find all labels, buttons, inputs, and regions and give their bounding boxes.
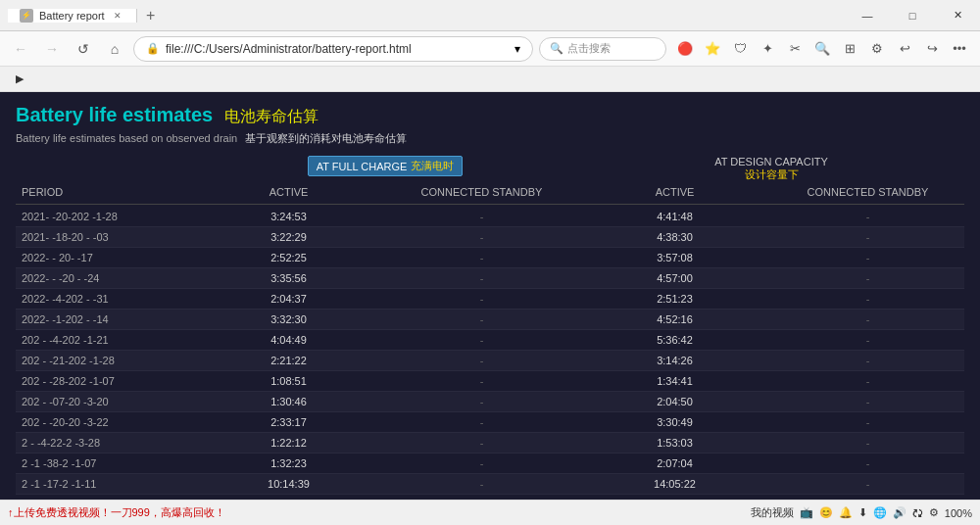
cell-dc-active: 4:52:16	[578, 311, 771, 327]
title-bar: ⚡ Battery report ✕ + — □ ✕	[0, 0, 980, 31]
page-subtitle-cn: 基于观察到的消耗对电池寿命估算	[245, 131, 407, 146]
main-content: Battery life estimates 电池寿命估算 Battery li…	[0, 92, 980, 500]
address-bar: ← → ↺ ⌂ 🔒 file:///C:/Users/Administrator…	[0, 31, 980, 67]
minimize-button[interactable]: —	[845, 0, 890, 31]
table-row: 202 - -28-202 -1-07 1:08:51 - 1:34:41 -	[16, 371, 964, 392]
bottom-icon-1[interactable]: 📺	[800, 506, 813, 519]
cell-period: 202 - -07-20 -3-20	[16, 394, 192, 409]
full-charge-label: AT FULL CHARGE	[317, 161, 408, 172]
tab-title: Battery report	[39, 10, 105, 22]
cell-fc-standby: -	[385, 435, 578, 451]
cell-fc-active: 2:21:22	[192, 353, 385, 368]
forward-button[interactable]: →	[39, 36, 65, 62]
bottom-icon-8[interactable]: ⚙	[929, 506, 939, 519]
cell-period: 2022- - 20- -17	[16, 250, 192, 265]
cell-fc-active: 4:04:49	[192, 332, 385, 348]
cell-fc-active: 1:32:23	[192, 455, 385, 471]
cell-dc-standby: -	[771, 476, 964, 492]
toolbar-icon-8[interactable]: ⚙	[864, 36, 890, 62]
cell-dc-active: 3:57:08	[578, 250, 771, 265]
toolbar-icon-11[interactable]: •••	[947, 36, 972, 62]
cell-dc-active: 2:07:04	[578, 455, 771, 471]
cell-period: 2022- - -20 - -24	[16, 270, 192, 286]
maximize-button[interactable]: □	[890, 0, 935, 31]
bottom-icon-3[interactable]: 🔔	[839, 506, 853, 519]
table-row: 2022- - 20- -17 2:52:25 - 3:57:08 -	[16, 248, 964, 268]
cell-dc-standby: -	[771, 311, 964, 327]
bottom-icon-6[interactable]: 🔊	[893, 506, 906, 519]
toolbar-icon-1[interactable]: 🔴	[672, 36, 698, 62]
cell-dc-standby: -	[771, 373, 964, 389]
dropdown-icon: ▾	[514, 42, 520, 56]
cell-dc-active: 4:38:30	[578, 229, 771, 245]
bottom-icon-2[interactable]: 😊	[819, 506, 833, 519]
toolbar-icon-5[interactable]: ✂	[782, 36, 808, 62]
bottom-icon-4[interactable]: ⬇	[858, 506, 867, 519]
cell-dc-active: 1:34:41	[578, 373, 771, 389]
search-box[interactable]: 🔍 点击搜索	[539, 37, 666, 61]
bottom-icon-7[interactable]: 🗘	[912, 507, 923, 519]
toolbar-icon-9[interactable]: ↩	[892, 36, 917, 62]
cell-dc-active: 4:41:48	[578, 209, 771, 224]
tab-close-button[interactable]: ✕	[111, 9, 124, 23]
toolbar-icon-10[interactable]: ↪	[919, 36, 945, 62]
page-title-cn: 电池寿命估算	[224, 107, 318, 127]
table-row: 2021- -18-20 - -03 3:22:29 - 4:38:30 -	[16, 227, 964, 248]
full-charge-cn: 充满电时	[411, 159, 454, 173]
cell-fc-standby: -	[385, 353, 578, 368]
close-button[interactable]: ✕	[935, 0, 980, 31]
bottom-my-video: 我的视频	[751, 505, 794, 520]
bookmark-play-button[interactable]: ▶	[8, 70, 31, 89]
cell-fc-standby: -	[385, 270, 578, 286]
cell-dc-standby: -	[771, 270, 964, 286]
back-button[interactable]: ←	[8, 36, 33, 62]
bookmarks-bar: ▶	[0, 67, 980, 92]
toolbar-icon-4[interactable]: ✦	[755, 36, 780, 62]
tab-bar: ⚡ Battery report ✕ +	[8, 2, 165, 29]
sub-header-row: PERIOD ACTIVE CONNECTED STANDBY ACTIVE C…	[16, 184, 964, 205]
home-button[interactable]: ⌂	[102, 36, 127, 62]
cell-fc-active: 3:24:53	[192, 209, 385, 224]
cell-period: 2021- -20-202 -1-28	[16, 209, 192, 224]
cell-fc-active: 3:32:30	[192, 311, 385, 327]
cell-fc-active: 1:22:12	[192, 435, 385, 451]
cell-fc-standby: -	[385, 476, 578, 492]
table-row: 2 - -4-22-2 -3-28 1:22:12 - 1:53:03 -	[16, 433, 964, 453]
design-capacity-label: AT DESIGN CAPACITY	[714, 156, 828, 167]
cell-dc-standby: -	[771, 455, 964, 471]
cell-dc-active: 3:14:26	[578, 353, 771, 368]
cell-dc-active: 3:30:49	[578, 414, 771, 430]
toolbar-right: 🔴 ⭐ 🛡 ✦ ✂ 🔍 ⊞ ⚙ ↩ ↪ •••	[672, 36, 972, 62]
table-row: 202 - -07-20 -3-20 1:30:46 - 2:04:50 -	[16, 392, 964, 412]
bottom-bar: ↑上传免费透视视频！一刀999，高爆高回收！ 我的视频 📺 😊 🔔 ⬇ 🌐 🔊 …	[0, 500, 980, 525]
new-tab-button[interactable]: +	[137, 2, 165, 29]
toolbar-icon-3[interactable]: 🛡	[727, 36, 753, 62]
col-standby-1-header: CONNECTED STANDBY	[385, 184, 578, 200]
page-header: Battery life estimates 电池寿命估算 Battery li…	[16, 104, 964, 146]
data-rows-container: 2021- -20-202 -1-28 3:24:53 - 4:41:48 - …	[16, 207, 964, 500]
page-subtitle-row: Battery life estimates based on observed…	[16, 131, 964, 146]
address-right-icons: 🔍 点击搜索	[539, 37, 666, 61]
toolbar-icon-6[interactable]: 🔍	[809, 36, 835, 62]
search-placeholder: 点击搜索	[567, 41, 611, 56]
cell-period: 202 - -4-202 -1-21	[16, 332, 192, 348]
toolbar-icon-2[interactable]: ⭐	[700, 36, 725, 62]
cell-period: 202 - -28-202 -1-07	[16, 373, 192, 389]
cell-period: 2022- -4-202 - -31	[16, 291, 192, 307]
active-tab[interactable]: ⚡ Battery report ✕	[8, 9, 137, 23]
cell-period: 202 - -21-202 -1-28	[16, 353, 192, 368]
title-bar-controls: — □ ✕	[845, 0, 980, 30]
address-input[interactable]: 🔒 file:///C:/Users/Administrator/battery…	[133, 36, 533, 62]
cell-dc-active: 5:36:42	[578, 332, 771, 348]
toolbar-icon-7[interactable]: ⊞	[837, 36, 862, 62]
page-title-row: Battery life estimates 电池寿命估算	[16, 104, 964, 127]
cell-dc-active: 14:05:22	[578, 476, 771, 492]
bottom-icon-5[interactable]: 🌐	[873, 506, 887, 519]
refresh-button[interactable]: ↺	[71, 36, 96, 62]
col-active-1-header: ACTIVE	[192, 184, 385, 200]
cell-fc-active: 2:52:25	[192, 250, 385, 265]
cell-fc-active: 1:30:46	[192, 394, 385, 409]
cell-period: 2 - -4-22-2 -3-28	[16, 435, 192, 451]
cell-fc-standby: -	[385, 250, 578, 265]
cell-fc-active: 3:35:56	[192, 270, 385, 286]
